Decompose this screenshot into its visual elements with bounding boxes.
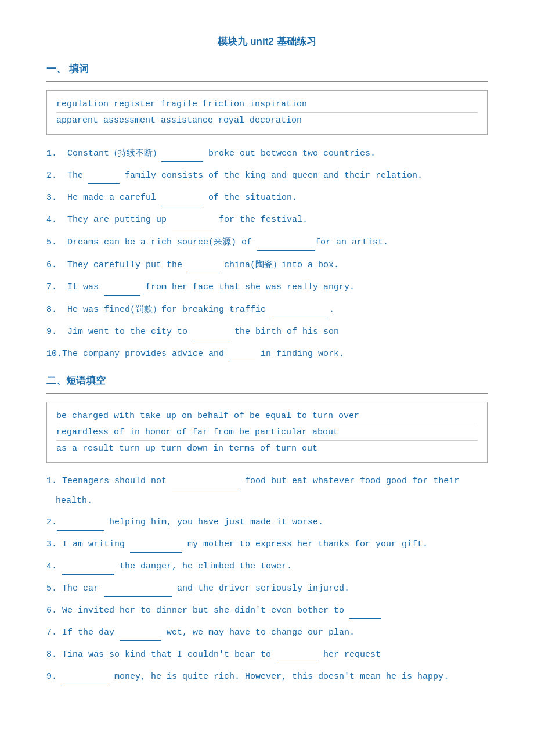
q7-item: 7. It was from her face that she was rea… [46, 279, 488, 296]
q9-item: 9. Jim went to the city to the birth of … [46, 324, 488, 340]
s2-q1-cont: health. [56, 493, 488, 509]
q5-chinese: 来源 [214, 237, 231, 246]
q3-blank [161, 190, 203, 206]
section2-questions: 1. Teenagers should not food but eat wha… [46, 473, 488, 685]
s2-q8-blank [276, 647, 318, 663]
page-title: 模块九 unit2 基础练习 [46, 35, 488, 48]
section1-title: 一、 填词 [46, 62, 488, 75]
section1-divider [46, 81, 488, 82]
s2-q9-item: 9. money, he is quite rich. However, thi… [46, 669, 488, 685]
section2-divider [46, 393, 488, 394]
word-row-5: as a result turn up turn down in terms o… [56, 441, 478, 456]
s2-q3-blank [130, 537, 182, 553]
q2-item: 2. The family consists of the king and q… [46, 168, 488, 184]
q8-chinese: 罚款 [135, 304, 153, 314]
s2-q2-blank [57, 514, 104, 531]
s2-q5-blank [104, 581, 172, 597]
q8-item: 8. He was fined(罚款）for breaking traffic … [46, 301, 488, 318]
s2-q3-item: 3. I am writing my mother to express her… [46, 537, 488, 553]
s2-q6-blank [349, 603, 381, 619]
s2-q8-item: 8. Tina was so kind that I couldn't bear… [46, 647, 488, 663]
q10-item: 10.The company provides advice and in fi… [46, 346, 488, 362]
word-row-4: regardless of in honor of far from be pa… [56, 424, 478, 441]
q4-item: 4. They are putting up for the festival. [46, 212, 488, 228]
s2-q6-item: 6. We invited her to dinner but she didn… [46, 603, 488, 619]
s2-q4-blank [62, 559, 114, 575]
s2-q7-item: 7. If the day wet, we may have to change… [46, 625, 488, 641]
word-row-1: regulation register fragile friction ins… [56, 96, 478, 113]
q9-blank [193, 324, 229, 340]
q7-blank [104, 279, 140, 296]
q10-blank [229, 346, 255, 362]
q1-chinese: 持续不断 [118, 148, 153, 157]
section2-title: 二、短语填空 [46, 374, 488, 387]
q6-chinese: 陶瓷 [255, 260, 273, 269]
q5-blank [257, 235, 315, 251]
word-row-3: be charged with take up on behalf of be … [56, 408, 478, 424]
s2-q1-blank [172, 473, 240, 489]
s2-q1-item: 1. Teenagers should not food but eat wha… [46, 473, 488, 489]
q3-item: 3. He made a careful of the situation. [46, 190, 488, 206]
word-row-2: apparent assessment assistance royal dec… [56, 113, 478, 128]
s2-q2-item: 2. helping him, you have just made it wo… [46, 514, 488, 531]
section2-word-box: be charged with take up on behalf of be … [46, 402, 488, 463]
q1-blank [161, 146, 203, 162]
q1-item: 1. Constant（持续不断） broke out between two … [46, 145, 488, 162]
s2-q5-item: 5. The car and the driver seriously inju… [46, 581, 488, 597]
q4-blank [172, 212, 214, 228]
s2-q7-blank [120, 625, 161, 641]
q8-blank [271, 302, 329, 318]
q5-item: 5. Dreams can be a rich source(来源) of fo… [46, 234, 488, 251]
q2-blank [88, 168, 120, 184]
section1-questions: 1. Constant（持续不断） broke out between two … [46, 145, 488, 362]
s2-q9-blank [62, 669, 109, 685]
s2-q4-item: 4. the danger, he climbed the tower. [46, 559, 488, 575]
section1-word-box: regulation register fragile friction ins… [46, 90, 488, 135]
q6-blank [187, 257, 219, 273]
q6-item: 6. They carefully put the china(陶瓷）into … [46, 257, 488, 273]
